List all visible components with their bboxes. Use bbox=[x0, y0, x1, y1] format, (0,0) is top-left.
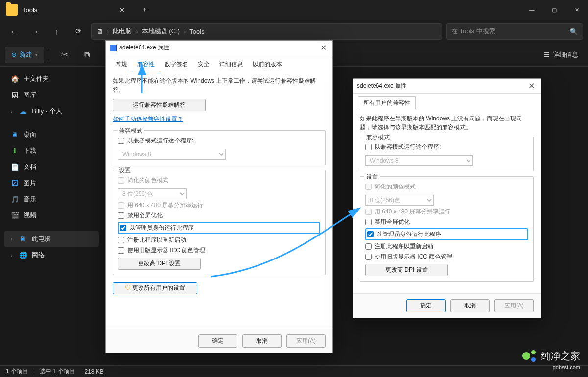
tab-all-users-compat[interactable]: 所有用户的兼容性 bbox=[358, 96, 416, 109]
properties-dialog-1: sdelete64.exe 属性 ✕ 常规 兼容性 数字签名 安全 详细信息 以… bbox=[105, 40, 333, 353]
sidebar-item-network[interactable]: ›🌐网络 bbox=[4, 247, 99, 263]
watermark: 纯净之家 bbox=[522, 349, 580, 363]
sidebar-item-pictures[interactable]: 🖼图片 bbox=[4, 175, 99, 191]
tab-compatibility[interactable]: 兼容性 bbox=[132, 58, 160, 71]
register-restart-checkbox[interactable]: 注册此程序以重新启动 bbox=[365, 242, 528, 251]
run-as-admin-highlight: 以管理员身份运行此程序 bbox=[118, 222, 320, 234]
icc-checkbox[interactable]: 使用旧版显示器 ICC 颜色管理 bbox=[365, 253, 528, 261]
dialog-titlebar: sdelete64.exe 属性 ✕ bbox=[353, 79, 541, 94]
window-titlebar: Tools ✕ ＋ ― ▢ ✕ bbox=[0, 0, 588, 20]
breadcrumb-item[interactable]: Tools bbox=[189, 28, 204, 35]
dialog-title: sdelete64.exe 属性 bbox=[119, 44, 169, 52]
compat-os-select[interactable]: Windows 8 bbox=[118, 149, 226, 160]
watermark-url: gdhsst.com bbox=[553, 364, 580, 370]
apply-button[interactable]: 应用(A) bbox=[494, 299, 534, 312]
close-button[interactable]: ✕ bbox=[565, 0, 588, 20]
breadcrumb-item[interactable]: 此电脑 bbox=[113, 27, 132, 36]
sidebar-item-downloads[interactable]: ⬇下载 bbox=[4, 143, 99, 159]
new-button[interactable]: ⊕ 新建 ▾ bbox=[5, 47, 44, 63]
tab-close-icon[interactable]: ✕ bbox=[111, 6, 133, 14]
run-as-admin-checkbox[interactable]: 以管理员身份运行此程序 bbox=[120, 224, 318, 232]
tab-signatures[interactable]: 数字签名 bbox=[160, 58, 193, 71]
pictures-icon: 🖼 bbox=[11, 179, 19, 187]
breadcrumb[interactable]: 🖥 › 此电脑 › 本地磁盘 (C:) › Tools bbox=[91, 23, 442, 40]
compat-help-text: 如果此程序不能在这个版本的 Windows 上正常工作，请尝试运行兼容性疑难解答… bbox=[113, 76, 326, 94]
manual-settings-link[interactable]: 如何手动选择兼容性设置？ bbox=[113, 116, 183, 122]
up-button[interactable]: ↑ bbox=[48, 23, 66, 40]
copy-button[interactable]: ⧉ bbox=[77, 47, 96, 63]
sidebar-item-label: Billy - 个人 bbox=[32, 107, 62, 116]
checkbox-label: 注册此程序以重新启动 bbox=[375, 242, 433, 251]
sidebar-item-onedrive[interactable]: ›☁Billy - 个人 bbox=[4, 103, 99, 119]
back-button[interactable]: ← bbox=[5, 23, 23, 40]
all-users-button[interactable]: 🛡 更改所有用户的设置 bbox=[113, 282, 197, 294]
status-bar: 1 个项目 | 选中 1 个项目 218 KB bbox=[0, 365, 588, 377]
disable-fullscreen-checkbox[interactable]: 禁用全屏优化 bbox=[118, 212, 320, 220]
shield-icon: 🛡 bbox=[125, 284, 131, 291]
compat-os-select[interactable]: Windows 8 bbox=[365, 155, 473, 166]
compat-mode-section: 兼容模式 bbox=[364, 133, 392, 141]
res640-checkbox[interactable]: 用 640 x 480 屏幕分辨率运行 bbox=[365, 208, 528, 216]
sidebar-item-label: 文档 bbox=[24, 163, 36, 171]
compat-mode-checkbox[interactable]: 以兼容模式运行这个程序: bbox=[365, 143, 528, 151]
sidebar-item-music[interactable]: 🎵音乐 bbox=[4, 191, 99, 207]
maximize-button[interactable]: ▢ bbox=[543, 0, 565, 20]
disable-fullscreen-checkbox[interactable]: 禁用全屏优化 bbox=[365, 218, 528, 226]
register-restart-checkbox[interactable]: 注册此程序以重新启动 bbox=[118, 236, 320, 244]
refresh-button[interactable]: ⟳ bbox=[70, 23, 87, 40]
sidebar-item-home[interactable]: 🏠主文件夹 bbox=[4, 71, 99, 87]
res640-checkbox[interactable]: 用 640 x 480 屏幕分辨率运行 bbox=[118, 201, 320, 210]
cancel-button[interactable]: 取消 bbox=[450, 299, 490, 312]
high-dpi-button[interactable]: 更改高 DPI 设置 bbox=[118, 258, 201, 270]
search-input[interactable]: 在 Tools 中搜索 🔍 bbox=[446, 23, 583, 40]
sidebar-item-desktop[interactable]: 🖥桌面 bbox=[4, 127, 99, 142]
troubleshoot-button[interactable]: 运行兼容性疑难解答 bbox=[113, 99, 206, 111]
sidebar-item-videos[interactable]: 🎬视频 bbox=[4, 208, 99, 223]
pc-icon: 🖥 bbox=[19, 235, 27, 243]
checkbox-label: 以管理员身份运行此程序 bbox=[376, 230, 441, 238]
app-icon bbox=[110, 45, 117, 51]
sidebar-item-thispc[interactable]: ›🖥此电脑 bbox=[4, 231, 99, 247]
tab-details[interactable]: 详细信息 bbox=[214, 58, 248, 71]
close-icon[interactable]: ✕ bbox=[526, 81, 537, 91]
gallery-icon: 🖼 bbox=[11, 91, 19, 99]
video-icon: 🎬 bbox=[11, 212, 19, 219]
minimize-button[interactable]: ― bbox=[520, 0, 543, 20]
ok-button[interactable]: 确定 bbox=[406, 299, 446, 312]
tab-general[interactable]: 常规 bbox=[111, 58, 132, 71]
high-dpi-button[interactable]: 更改高 DPI 设置 bbox=[365, 264, 448, 276]
properties-dialog-2: sdelete64.exe 属性 ✕ 所有用户的兼容性 如果此程序在早期版本的 … bbox=[353, 78, 541, 318]
details-button[interactable]: ☰ 详细信息 bbox=[539, 50, 583, 59]
ok-button[interactable]: 确定 bbox=[198, 334, 237, 348]
checkbox-label: 禁用全屏优化 bbox=[375, 218, 410, 226]
status-size: 218 KB bbox=[84, 368, 103, 375]
color-bits-select[interactable]: 8 位(256)色 bbox=[365, 195, 434, 206]
compat-help-text: 如果此程序在早期版本的 Windows 上没有问题，而现在出现问题，请选择与该早… bbox=[360, 114, 534, 132]
icc-checkbox[interactable]: 使用旧版显示器 ICC 颜色管理 bbox=[118, 246, 320, 255]
desktop-icon: 🖥 bbox=[11, 131, 19, 139]
sidebar-item-gallery[interactable]: 🖼图库 bbox=[4, 87, 99, 103]
compat-mode-checkbox[interactable]: 以兼容模式运行这个程序: bbox=[118, 137, 320, 145]
button-label: 更改所有用户的设置 bbox=[132, 284, 185, 291]
tab-previous[interactable]: 以前的版本 bbox=[248, 58, 287, 71]
sidebar-item-documents[interactable]: 📄文档 bbox=[4, 159, 99, 175]
color-bits-select[interactable]: 8 位(256)色 bbox=[118, 188, 187, 199]
home-icon: 🏠 bbox=[11, 75, 19, 83]
cut-button[interactable]: ✂ bbox=[54, 47, 74, 63]
dialog-tabs: 所有用户的兼容性 bbox=[353, 94, 541, 109]
reduced-color-checkbox[interactable]: 简化的颜色模式 bbox=[118, 176, 320, 185]
sidebar-item-label: 下载 bbox=[24, 146, 36, 155]
cancel-button[interactable]: 取消 bbox=[242, 334, 282, 348]
forward-button[interactable]: → bbox=[26, 23, 44, 40]
breadcrumb-item[interactable]: 本地磁盘 (C:) bbox=[142, 27, 180, 36]
tab-security[interactable]: 安全 bbox=[193, 58, 214, 71]
apply-button[interactable]: 应用(A) bbox=[286, 334, 326, 348]
status-selected-count: 选中 1 个项目 bbox=[40, 367, 75, 376]
checkbox-label: 注册此程序以重新启动 bbox=[127, 236, 186, 244]
close-icon[interactable]: ✕ bbox=[318, 43, 329, 52]
nav-toolbar: ← → ↑ ⟳ 🖥 › 此电脑 › 本地磁盘 (C:) › Tools 在 To… bbox=[0, 20, 588, 43]
run-as-admin-checkbox[interactable]: 以管理员身份运行此程序 bbox=[367, 230, 526, 238]
reduced-color-checkbox[interactable]: 简化的颜色模式 bbox=[365, 183, 528, 191]
checkbox-label: 以兼容模式运行这个程序: bbox=[127, 137, 193, 145]
new-tab-button[interactable]: ＋ bbox=[133, 5, 156, 14]
